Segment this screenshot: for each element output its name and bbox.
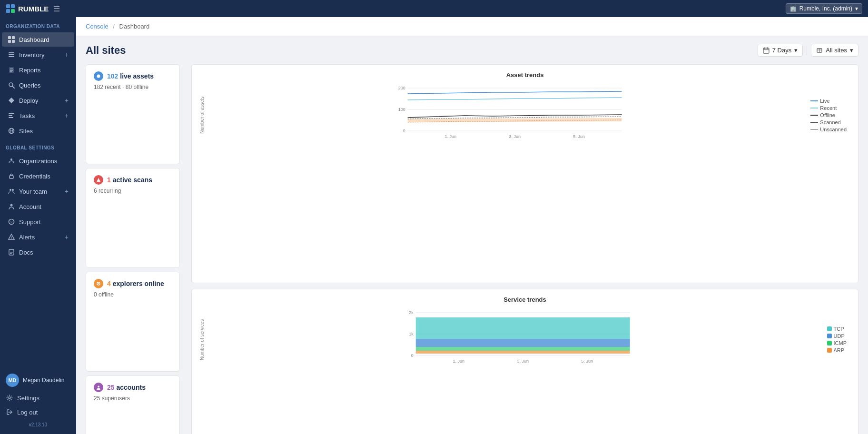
calendar-icon <box>763 47 769 54</box>
svg-rect-34 <box>10 251 13 251</box>
sidebar-item-reports[interactable]: Reports <box>2 63 74 77</box>
sidebar-item-support[interactable]: ? Support <box>2 215 74 229</box>
svg-text:5. Jun: 5. Jun <box>573 134 585 139</box>
page-header: All sites 7 Days ▾ All sites ▾ <box>86 44 858 57</box>
svg-rect-2 <box>6 9 10 13</box>
sidebar-item-alerts[interactable]: Alerts + <box>2 230 74 244</box>
accounts-sub: 25 superusers <box>94 395 172 402</box>
svg-point-32 <box>11 238 11 239</box>
svg-rect-20 <box>9 117 13 118</box>
sidebar-item-credentials[interactable]: Credentials <box>2 169 74 183</box>
svg-point-27 <box>12 189 14 191</box>
svg-text:2k: 2k <box>409 310 414 315</box>
layout: ORGANIZATION DATA Dashboard Inventory + <box>0 17 868 434</box>
svg-rect-18 <box>9 113 14 114</box>
tasks-add-icon[interactable]: + <box>65 112 69 119</box>
sidebar-item-account[interactable]: Account <box>2 199 74 214</box>
date-range-selector[interactable]: 7 Days ▾ <box>758 44 803 57</box>
svg-text:0: 0 <box>403 128 405 133</box>
deploy-add-icon[interactable]: + <box>65 97 69 104</box>
stat-accounts: 25 accounts 25 superusers <box>86 375 180 434</box>
live-assets-sub: 182 recent · 80 offline <box>94 84 172 90</box>
svg-rect-36 <box>10 253 12 254</box>
svg-point-24 <box>10 158 12 160</box>
sidebar-item-dashboard[interactable]: Dashboard <box>2 32 74 47</box>
yourteam-add-icon[interactable]: + <box>65 187 69 195</box>
svg-rect-1 <box>11 4 15 8</box>
docs-icon <box>8 248 15 256</box>
svg-line-16 <box>12 86 14 88</box>
svg-text:100: 100 <box>398 107 405 112</box>
sidebar-item-inventory[interactable]: Inventory + <box>2 48 74 62</box>
breadcrumb-parent[interactable]: Console <box>86 23 108 30</box>
sidebar-user: MD Megan Daudelin <box>0 370 76 391</box>
sidebar-item-docs[interactable]: Docs <box>2 245 74 259</box>
svg-rect-19 <box>9 115 12 116</box>
service-trends-chart: Service trends Number of services 2k 1k <box>191 289 858 434</box>
svg-rect-9 <box>9 54 14 55</box>
active-scans-icon <box>94 175 103 185</box>
inventory-add-icon[interactable]: + <box>65 51 69 59</box>
site-icon <box>816 47 823 54</box>
site-chevron-icon: ▾ <box>850 47 853 54</box>
svg-rect-12 <box>10 69 13 69</box>
topbar-left: RUMBLE ☰ <box>6 4 60 13</box>
asset-trends-title: Asset trends <box>199 71 850 79</box>
organizations-icon <box>8 157 15 165</box>
asset-trends-chart: Asset trends Number of assets <box>191 64 858 283</box>
svg-point-37 <box>9 397 10 399</box>
content-area: All sites 7 Days ▾ All sites ▾ <box>76 36 868 434</box>
svg-rect-8 <box>9 52 14 53</box>
svg-point-48 <box>98 283 99 284</box>
breadcrumb-separator: / <box>113 23 115 30</box>
sidebar-item-queries[interactable]: Queries <box>2 78 74 92</box>
asset-y-label: Number of assets <box>199 83 205 147</box>
sidebar: ORGANIZATION DATA Dashboard Inventory + <box>0 17 76 434</box>
support-icon: ? <box>8 218 15 226</box>
svg-text:3. Jun: 3. Jun <box>509 134 521 139</box>
logo-icon <box>6 4 15 13</box>
svg-rect-35 <box>10 252 13 253</box>
header-controls: 7 Days ▾ All sites ▾ <box>758 44 858 57</box>
topbar: RUMBLE ☰ 🏢 Rumble, Inc. (admin) ▾ <box>0 0 868 17</box>
svg-rect-25 <box>10 176 13 178</box>
explorers-sub: 0 offline <box>94 291 172 298</box>
alerts-add-icon[interactable]: + <box>65 233 69 241</box>
svg-marker-17 <box>9 98 14 103</box>
sidebar-item-deploy[interactable]: Deploy + <box>2 93 74 108</box>
sidebar-item-yourteam[interactable]: Your team + <box>2 184 74 198</box>
svg-rect-13 <box>10 70 13 71</box>
site-selector[interactable]: All sites ▾ <box>811 44 858 57</box>
breadcrumb: Console / Dashboard <box>76 17 868 36</box>
stats-column: 102 live assets 182 recent · 80 offline … <box>86 64 186 434</box>
svg-rect-7 <box>12 40 15 43</box>
svg-point-28 <box>10 204 13 207</box>
sidebar-item-sites[interactable]: Sites <box>2 124 74 138</box>
user-name: Megan Daudelin <box>23 377 64 384</box>
svg-marker-66 <box>416 317 630 339</box>
stat-explorers: 4 explorers online 0 offline <box>86 272 180 372</box>
sidebar-item-settings[interactable]: Settings <box>0 391 76 404</box>
svg-text:?: ? <box>10 220 13 224</box>
hamburger-icon[interactable]: ☰ <box>53 4 60 13</box>
service-y-label: Number of services <box>199 308 205 371</box>
sidebar-item-tasks[interactable]: Tasks + <box>2 108 74 123</box>
svg-text:5. Jun: 5. Jun <box>581 359 593 364</box>
svg-text:200: 200 <box>398 86 405 90</box>
svg-marker-67 <box>416 339 630 347</box>
reports-icon <box>8 66 15 74</box>
asset-legend: Live Recent Offline Scanned Unscanned <box>810 83 850 147</box>
svg-point-49 <box>98 386 99 388</box>
svg-text:1k: 1k <box>409 332 414 336</box>
queries-icon <box>8 81 15 89</box>
page-title: All sites <box>86 44 126 57</box>
breadcrumb-current: Dashboard <box>119 23 150 30</box>
org-selector[interactable]: 🏢 Rumble, Inc. (admin) ▾ <box>786 3 862 14</box>
service-trends-svg: 2k 1k 0 <box>208 308 823 370</box>
svg-rect-10 <box>9 56 14 57</box>
sidebar-item-organizations[interactable]: Organizations <box>2 154 74 168</box>
divider <box>807 46 807 55</box>
date-chevron-icon: ▾ <box>794 47 798 54</box>
sidebar-item-logout[interactable]: Log out <box>0 405 76 419</box>
svg-rect-39 <box>763 48 769 53</box>
